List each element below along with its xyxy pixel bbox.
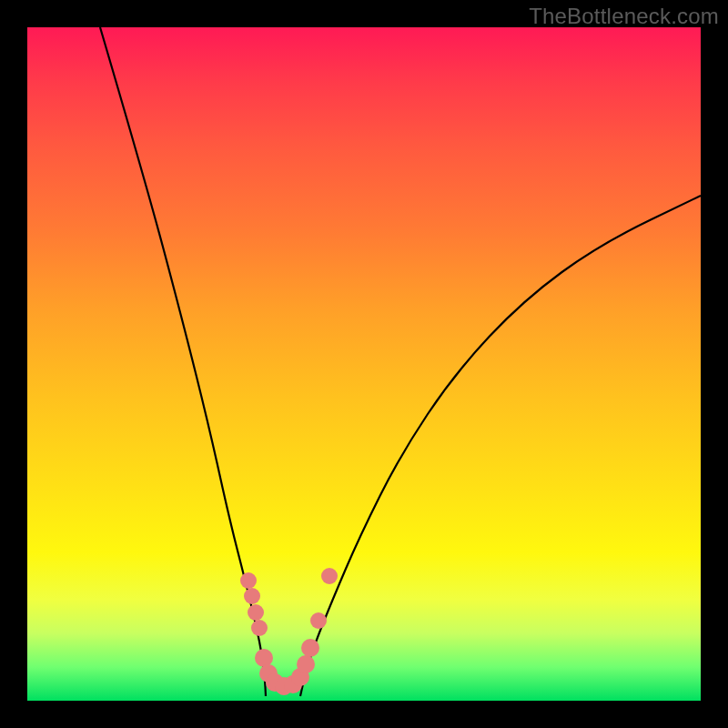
- curve-marker: [301, 639, 319, 657]
- markers-group: [240, 568, 338, 695]
- chart-frame: TheBottleneck.com: [0, 0, 728, 728]
- curve-marker: [244, 588, 260, 604]
- curve-marker: [248, 604, 264, 621]
- curve-marker: [240, 572, 257, 589]
- curve-marker: [255, 649, 273, 667]
- left-curve: [100, 27, 266, 696]
- curve-marker: [251, 620, 268, 636]
- plot-area: [27, 27, 701, 701]
- curves-svg: [27, 27, 701, 701]
- curve-marker: [321, 568, 338, 584]
- curve-marker: [297, 655, 315, 673]
- right-curve: [300, 196, 701, 696]
- watermark-text: TheBottleneck.com: [529, 4, 719, 29]
- curve-marker: [310, 612, 327, 629]
